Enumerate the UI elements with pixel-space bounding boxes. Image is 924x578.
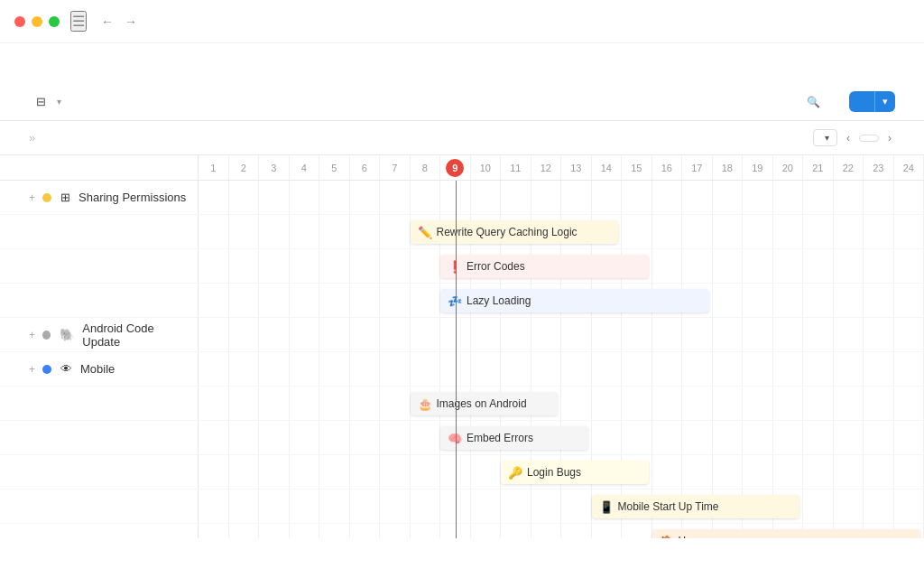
task-row-embed-errors: 🧠Embed Errors	[0, 421, 924, 455]
sort-button[interactable]	[781, 98, 796, 106]
date-cell-21: 21	[803, 155, 834, 180]
task-label-images-android: Images on Android	[437, 397, 527, 410]
date-cell-10: 10	[471, 155, 502, 180]
page-header	[0, 43, 924, 83]
date-grid-wrapper: 123456789101112131415161718192021222324	[199, 155, 924, 180]
new-button[interactable]	[849, 91, 874, 112]
task-bar-error-codes[interactable]: ❗Error Codes	[440, 255, 649, 278]
date-cell-14: 14	[592, 155, 623, 180]
task-bar-embed-errors[interactable]: 🧠Embed Errors	[440, 426, 588, 450]
menu-icon[interactable]: ☰	[70, 11, 87, 32]
toolbar-more-button[interactable]	[835, 98, 845, 106]
group-dot-android	[42, 331, 51, 340]
date-cell-8: 8	[411, 155, 441, 180]
month-chevron-icon: ▾	[825, 133, 829, 143]
task-label-error-codes: Error Codes	[467, 260, 525, 273]
android-icon: 🐘	[60, 328, 74, 341]
date-cell-9: 9	[440, 155, 471, 180]
task-row-images-android: 🎂Images on Android	[0, 387, 924, 421]
prev-month-button[interactable]: ‹	[843, 130, 854, 146]
toolbar: ⊟ ▾ 🔍 ▾	[0, 83, 924, 121]
date-cell-24: 24	[894, 155, 925, 180]
date-cell-1: 1	[199, 155, 229, 180]
group-dot-mobile	[42, 365, 51, 374]
expand-icon[interactable]: +	[29, 363, 35, 376]
group-row-sharing: +⊞Sharing Permissions	[0, 181, 924, 215]
date-cell-2: 2	[229, 155, 260, 180]
timeline-grid-icon: ⊟	[36, 95, 46, 108]
task-bar-rewrite-query[interactable]: ✏️Rewrite Query Caching Logic	[411, 220, 619, 244]
date-cell-16: 16	[652, 155, 683, 180]
by-label	[742, 98, 749, 106]
task-bar-login-bugs[interactable]: 🔑Login Bugs	[501, 461, 649, 484]
month-nav: »	[29, 131, 41, 144]
fast-forward-icon: »	[29, 131, 35, 144]
forward-button[interactable]: →	[123, 13, 139, 31]
back-button[interactable]: ←	[99, 13, 116, 31]
timeline-selector[interactable]: ⊟ ▾	[29, 91, 69, 112]
toolbar-actions: 🔍 ▾	[724, 91, 895, 112]
timeline-nav: » ▾ ‹ ›	[0, 121, 924, 155]
date-cell-20: 20	[773, 155, 804, 180]
calendar-container: 123456789101112131415161718192021222324 …	[0, 155, 924, 538]
group-label-text-android: Android Code Update	[82, 322, 187, 349]
minimize-button[interactable]	[32, 16, 42, 27]
task-emoji-images-android: 🎂	[418, 397, 432, 411]
task-emoji-rewrite-query: ✏️	[418, 226, 432, 239]
date-cell-18: 18	[713, 155, 744, 180]
task-label-embed-errors: Embed Errors	[467, 432, 533, 444]
group-label-text-mobile: Mobile	[80, 362, 115, 376]
date-cell-11: 11	[501, 155, 531, 180]
date-cell-7: 7	[380, 155, 411, 180]
date-cell-6: 6	[350, 155, 381, 180]
date-row: 123456789101112131415161718192021222324	[0, 155, 924, 181]
timeline-chevron-icon: ▾	[57, 97, 61, 107]
filter-button[interactable]	[763, 98, 778, 106]
date-label-spacer	[0, 155, 199, 180]
date-cell-3: 3	[259, 155, 290, 180]
group-label-mobile: +👁Mobile	[0, 352, 199, 386]
expand-icon[interactable]: +	[29, 329, 35, 341]
group-label-sharing: +⊞Sharing Permissions	[0, 181, 199, 214]
task-emoji-error-codes: ❗	[448, 260, 462, 274]
search-icon: 🔍	[807, 96, 820, 108]
month-selector[interactable]: ▾	[813, 129, 837, 146]
date-cell-12: 12	[531, 155, 562, 180]
task-bar-homepage[interactable]: 🏠Homepage	[652, 529, 921, 538]
date-cell-15: 15	[622, 155, 652, 180]
task-row-homepage: 🏠Homepage	[0, 524, 924, 538]
task-label-login-bugs: Login Bugs	[527, 466, 581, 479]
group-dot-sharing	[42, 193, 51, 202]
close-button[interactable]	[14, 16, 25, 27]
next-month-button[interactable]: ›	[884, 130, 895, 146]
task-row-error-codes: ❗Error Codes	[0, 249, 924, 284]
titlebar: ☰ ← →	[0, 0, 924, 43]
date-cell-17: 17	[682, 155, 713, 180]
date-cell-23: 23	[864, 155, 894, 180]
sharing-icon: ⊞	[60, 191, 70, 204]
date-cell-13: 13	[561, 155, 592, 180]
task-bar-mobile-startup[interactable]: 📱Mobile Start Up Time	[592, 495, 800, 518]
task-emoji-lazy-loading: 💤	[448, 294, 462, 308]
mobile-icon: 👁	[60, 362, 72, 376]
task-row-rewrite-query: ✏️Rewrite Query Caching Logic	[0, 215, 924, 249]
nav-arrows: ← →	[99, 13, 139, 31]
date-cell-22: 22	[834, 155, 864, 180]
search-button[interactable]: 🔍	[799, 92, 831, 112]
task-row-login-bugs: 🔑Login Bugs	[0, 455, 924, 489]
task-bar-images-android[interactable]: 🎂Images on Android	[411, 392, 559, 415]
window-controls	[14, 16, 60, 27]
expand-icon[interactable]: +	[29, 191, 35, 204]
group-row-android: +🐘Android Code Update	[0, 318, 924, 352]
task-emoji-homepage: 🏠	[660, 535, 674, 539]
today-button[interactable]	[859, 135, 879, 142]
task-label-rewrite-query: Rewrite Query Caching Logic	[437, 226, 578, 238]
task-bar-lazy-loading[interactable]: 💤Lazy Loading	[440, 289, 709, 312]
new-button-dropdown[interactable]: ▾	[874, 91, 895, 112]
task-emoji-login-bugs: 🔑	[508, 466, 522, 480]
group-row-mobile: +👁Mobile	[0, 352, 924, 387]
task-row-lazy-loading: 💤Lazy Loading	[0, 284, 924, 318]
maximize-button[interactable]	[49, 16, 60, 27]
properties-button[interactable]	[724, 98, 738, 106]
timeline-active-label	[753, 98, 760, 106]
